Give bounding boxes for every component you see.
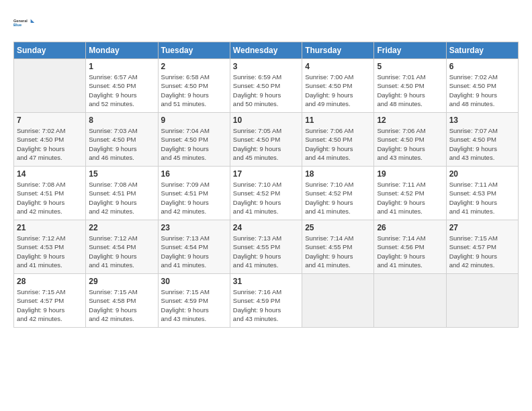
day-info: Sunrise: 7:15 AM Sunset: 4:57 PM Dayligh…: [449, 234, 515, 269]
header: GeneralBlue: [13, 12, 519, 34]
day-cell: 3Sunrise: 6:59 AM Sunset: 4:50 PM Daylig…: [230, 59, 302, 113]
day-info: Sunrise: 7:15 AM Sunset: 4:57 PM Dayligh…: [17, 287, 83, 323]
day-number: 16: [161, 169, 227, 179]
day-cell: 10Sunrise: 7:05 AM Sunset: 4:50 PM Dayli…: [230, 113, 302, 167]
day-number: 3: [233, 62, 299, 71]
day-info: Sunrise: 7:03 AM Sunset: 4:50 PM Dayligh…: [89, 126, 154, 162]
col-header-monday: Monday: [86, 42, 158, 59]
day-cell: 17Sunrise: 7:10 AM Sunset: 4:52 PM Dayli…: [230, 167, 302, 220]
day-info: Sunrise: 6:59 AM Sunset: 4:50 PM Dayligh…: [233, 73, 299, 108]
day-info: Sunrise: 7:14 AM Sunset: 4:55 PM Dayligh…: [305, 234, 371, 269]
col-header-thursday: Thursday: [302, 42, 374, 59]
day-info: Sunrise: 7:05 AM Sunset: 4:50 PM Dayligh…: [233, 126, 299, 162]
day-info: Sunrise: 7:10 AM Sunset: 4:52 PM Dayligh…: [233, 180, 299, 216]
day-cell: 6Sunrise: 7:02 AM Sunset: 4:50 PM Daylig…: [446, 59, 518, 113]
calendar-table: SundayMondayTuesdayWednesdayThursdayFrid…: [13, 42, 519, 328]
day-cell: 14Sunrise: 7:08 AM Sunset: 4:51 PM Dayli…: [14, 167, 86, 220]
day-cell: 20Sunrise: 7:11 AM Sunset: 4:53 PM Dayli…: [446, 167, 518, 220]
day-cell: 18Sunrise: 7:10 AM Sunset: 4:52 PM Dayli…: [302, 167, 374, 220]
day-info: Sunrise: 7:15 AM Sunset: 4:58 PM Dayligh…: [89, 287, 154, 323]
day-cell: 28Sunrise: 7:15 AM Sunset: 4:57 PM Dayli…: [14, 274, 86, 328]
day-cell: 15Sunrise: 7:08 AM Sunset: 4:51 PM Dayli…: [86, 167, 158, 220]
day-cell: 5Sunrise: 7:01 AM Sunset: 4:50 PM Daylig…: [374, 59, 446, 113]
day-cell: [446, 274, 518, 328]
day-number: 2: [161, 62, 227, 71]
day-number: 18: [305, 169, 371, 179]
day-number: 17: [233, 169, 299, 179]
day-cell: 21Sunrise: 7:12 AM Sunset: 4:53 PM Dayli…: [14, 220, 86, 274]
col-header-friday: Friday: [374, 42, 446, 59]
day-cell: 11Sunrise: 7:06 AM Sunset: 4:50 PM Dayli…: [302, 113, 374, 167]
day-cell: 26Sunrise: 7:14 AM Sunset: 4:56 PM Dayli…: [374, 220, 446, 274]
day-info: Sunrise: 7:16 AM Sunset: 4:59 PM Dayligh…: [233, 287, 299, 323]
day-cell: 22Sunrise: 7:12 AM Sunset: 4:54 PM Dayli…: [86, 220, 158, 274]
day-cell: 23Sunrise: 7:13 AM Sunset: 4:54 PM Dayli…: [158, 220, 230, 274]
week-row-3: 14Sunrise: 7:08 AM Sunset: 4:51 PM Dayli…: [14, 167, 519, 220]
day-info: Sunrise: 7:15 AM Sunset: 4:59 PM Dayligh…: [161, 287, 227, 323]
day-number: 14: [17, 169, 83, 179]
day-cell: 19Sunrise: 7:11 AM Sunset: 4:52 PM Dayli…: [374, 167, 446, 220]
day-info: Sunrise: 7:12 AM Sunset: 4:54 PM Dayligh…: [89, 234, 154, 269]
day-info: Sunrise: 7:10 AM Sunset: 4:52 PM Dayligh…: [305, 180, 371, 216]
day-number: 4: [305, 62, 371, 71]
day-info: Sunrise: 7:09 AM Sunset: 4:51 PM Dayligh…: [161, 180, 227, 216]
day-number: 19: [377, 169, 443, 179]
day-info: Sunrise: 6:57 AM Sunset: 4:50 PM Dayligh…: [89, 73, 154, 108]
svg-marker-2: [31, 19, 35, 23]
day-number: 25: [305, 223, 371, 232]
header-row: SundayMondayTuesdayWednesdayThursdayFrid…: [14, 42, 519, 59]
day-number: 31: [233, 277, 299, 286]
day-info: Sunrise: 7:11 AM Sunset: 4:52 PM Dayligh…: [377, 180, 443, 216]
day-number: 20: [449, 169, 515, 179]
day-info: Sunrise: 7:00 AM Sunset: 4:50 PM Dayligh…: [305, 73, 371, 108]
day-cell: 27Sunrise: 7:15 AM Sunset: 4:57 PM Dayli…: [446, 220, 518, 274]
svg-text:General: General: [13, 19, 28, 23]
day-cell: 7Sunrise: 7:02 AM Sunset: 4:50 PM Daylig…: [14, 113, 86, 167]
day-info: Sunrise: 7:07 AM Sunset: 4:50 PM Dayligh…: [449, 126, 515, 162]
day-number: 13: [449, 116, 515, 125]
day-number: 28: [17, 277, 83, 286]
day-number: 9: [161, 116, 227, 125]
week-row-2: 7Sunrise: 7:02 AM Sunset: 4:50 PM Daylig…: [14, 113, 519, 167]
day-number: 21: [17, 223, 83, 232]
day-info: Sunrise: 7:14 AM Sunset: 4:56 PM Dayligh…: [377, 234, 443, 269]
page: GeneralBlue SundayMondayTuesdayWednesday…: [0, 0, 532, 334]
day-info: Sunrise: 7:12 AM Sunset: 4:53 PM Dayligh…: [17, 234, 83, 269]
day-number: 10: [233, 116, 299, 125]
day-number: 12: [377, 116, 443, 125]
day-number: 24: [233, 223, 299, 232]
day-number: 30: [161, 277, 227, 286]
day-cell: 30Sunrise: 7:15 AM Sunset: 4:59 PM Dayli…: [158, 274, 230, 328]
day-number: 1: [89, 62, 154, 71]
day-info: Sunrise: 7:08 AM Sunset: 4:51 PM Dayligh…: [17, 180, 83, 216]
week-row-4: 21Sunrise: 7:12 AM Sunset: 4:53 PM Dayli…: [14, 220, 519, 274]
svg-text:Blue: Blue: [13, 23, 21, 27]
day-cell: 24Sunrise: 7:13 AM Sunset: 4:55 PM Dayli…: [230, 220, 302, 274]
day-cell: 9Sunrise: 7:04 AM Sunset: 4:50 PM Daylig…: [158, 113, 230, 167]
day-cell: 4Sunrise: 7:00 AM Sunset: 4:50 PM Daylig…: [302, 59, 374, 113]
day-cell: 31Sunrise: 7:16 AM Sunset: 4:59 PM Dayli…: [230, 274, 302, 328]
day-cell: 29Sunrise: 7:15 AM Sunset: 4:58 PM Dayli…: [86, 274, 158, 328]
day-cell: 8Sunrise: 7:03 AM Sunset: 4:50 PM Daylig…: [86, 113, 158, 167]
day-info: Sunrise: 7:11 AM Sunset: 4:53 PM Dayligh…: [449, 180, 515, 216]
day-info: Sunrise: 7:02 AM Sunset: 4:50 PM Dayligh…: [17, 126, 83, 162]
col-header-tuesday: Tuesday: [158, 42, 230, 59]
day-number: 26: [377, 223, 443, 232]
day-info: Sunrise: 6:58 AM Sunset: 4:50 PM Dayligh…: [161, 73, 227, 108]
day-cell: [374, 274, 446, 328]
day-cell: 16Sunrise: 7:09 AM Sunset: 4:51 PM Dayli…: [158, 167, 230, 220]
week-row-5: 28Sunrise: 7:15 AM Sunset: 4:57 PM Dayli…: [14, 274, 519, 328]
day-cell: 25Sunrise: 7:14 AM Sunset: 4:55 PM Dayli…: [302, 220, 374, 274]
day-cell: [302, 274, 374, 328]
logo-icon: GeneralBlue: [13, 12, 35, 34]
day-info: Sunrise: 7:01 AM Sunset: 4:50 PM Dayligh…: [377, 73, 443, 108]
day-info: Sunrise: 7:13 AM Sunset: 4:55 PM Dayligh…: [233, 234, 299, 269]
day-info: Sunrise: 7:04 AM Sunset: 4:50 PM Dayligh…: [161, 126, 227, 162]
day-number: 8: [89, 116, 154, 125]
col-header-sunday: Sunday: [14, 42, 86, 59]
week-row-1: 1Sunrise: 6:57 AM Sunset: 4:50 PM Daylig…: [14, 59, 519, 113]
day-info: Sunrise: 7:13 AM Sunset: 4:54 PM Dayligh…: [161, 234, 227, 269]
day-info: Sunrise: 7:02 AM Sunset: 4:50 PM Dayligh…: [449, 73, 515, 108]
day-number: 15: [89, 169, 154, 179]
day-number: 23: [161, 223, 227, 232]
